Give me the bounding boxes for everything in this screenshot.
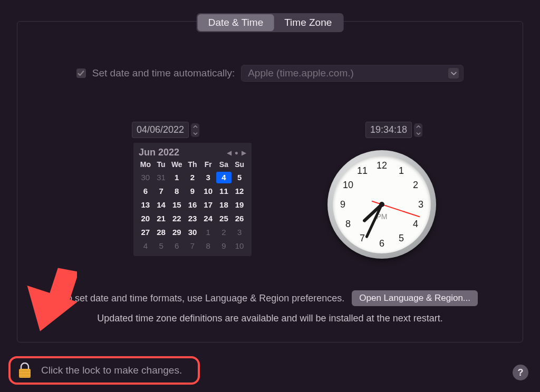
open-language-region-button[interactable]: Open Language & Region... xyxy=(352,290,478,306)
calendar-day[interactable]: 4 xyxy=(216,172,232,183)
calendar-day[interactable]: 6 xyxy=(169,240,185,252)
calendar-day[interactable]: 10 xyxy=(232,240,247,252)
calendar-today-icon[interactable]: ● xyxy=(235,149,238,156)
lock-hint-text: Click the lock to make changes. xyxy=(41,365,182,376)
calendar-day[interactable]: 6 xyxy=(138,185,153,197)
clock-numeral: 10 xyxy=(343,180,353,191)
calendar-day[interactable]: 8 xyxy=(169,185,185,197)
calendar-dow: Sa xyxy=(216,160,232,170)
clock-numeral: 9 xyxy=(340,199,345,210)
auto-time-row: Set date and time automatically: Apple (… xyxy=(17,65,523,82)
calendar-day[interactable]: 9 xyxy=(216,240,232,252)
auto-time-checkbox[interactable] xyxy=(76,68,86,78)
calendar-day[interactable]: 4 xyxy=(138,240,153,252)
date-input[interactable]: 04/06/2022 xyxy=(132,122,189,138)
formats-hint-text: To set date and time formats, use Langua… xyxy=(62,293,344,304)
calendar-day[interactable]: 14 xyxy=(153,199,169,211)
help-button[interactable]: ? xyxy=(513,365,528,380)
calendar-day[interactable]: 7 xyxy=(185,240,200,252)
calendar-day[interactable]: 1 xyxy=(200,227,216,238)
calendar-day[interactable]: 20 xyxy=(138,213,153,224)
calendar-day[interactable]: 5 xyxy=(232,172,247,183)
calendar-dow: Mo xyxy=(138,160,153,170)
calendar-day[interactable]: 10 xyxy=(200,185,216,197)
stepper-down-icon xyxy=(191,130,199,137)
calendar-next-icon[interactable]: ▶ xyxy=(242,149,246,156)
time-input[interactable]: 19:34:18 xyxy=(365,122,412,138)
clock-numeral: 2 xyxy=(413,180,418,191)
auto-time-label: Set date and time automatically: xyxy=(92,67,235,79)
time-stepper[interactable] xyxy=(414,123,422,137)
preferences-panel: Date & Time Time Zone Set date and time … xyxy=(17,21,523,342)
time-server-dropdown[interactable]: Apple (time.apple.com.) xyxy=(241,65,464,82)
checkmark-icon xyxy=(78,70,84,77)
calendar-day[interactable]: 28 xyxy=(153,227,169,238)
calendar-day[interactable]: 5 xyxy=(153,240,169,252)
calendar-day[interactable]: 16 xyxy=(185,199,200,211)
tz-update-text: Updated time zone definitions are availa… xyxy=(17,313,523,324)
calendar-day[interactable]: 30 xyxy=(138,172,153,183)
calendar-day[interactable]: 1 xyxy=(169,172,185,183)
calendar-day[interactable]: 24 xyxy=(200,213,216,224)
clock-numeral: 4 xyxy=(413,219,418,230)
clock-numeral: 5 xyxy=(399,233,404,244)
clock-second-hand xyxy=(382,204,420,217)
svg-rect-1 xyxy=(19,370,31,370)
calendar-day[interactable]: 13 xyxy=(138,199,153,211)
calendar-day[interactable]: 12 xyxy=(232,185,247,197)
date-stepper[interactable] xyxy=(191,123,199,137)
calendar-nav: ◀ ● ▶ xyxy=(227,149,246,156)
calendar-day[interactable]: 25 xyxy=(216,213,232,224)
calendar-day[interactable]: 3 xyxy=(200,172,216,183)
calendar-day[interactable]: 30 xyxy=(185,227,200,238)
clock-numeral: 6 xyxy=(379,238,384,249)
calendar-widget[interactable]: Jun 2022 ◀ ● ▶ MoTuWeThFrSaSu30311234567… xyxy=(133,143,252,256)
clock-numeral: 1 xyxy=(399,165,404,176)
calendar-prev-icon[interactable]: ◀ xyxy=(227,149,232,156)
calendar-day[interactable]: 17 xyxy=(200,199,216,211)
calendar-day[interactable]: 19 xyxy=(232,199,247,211)
svg-rect-3 xyxy=(19,373,31,374)
svg-rect-2 xyxy=(19,371,31,372)
clock-numeral: 11 xyxy=(357,165,368,176)
date-field-group: 04/06/2022 xyxy=(132,122,199,138)
calendar-day[interactable]: 2 xyxy=(216,227,232,238)
calendar-day[interactable]: 29 xyxy=(169,227,185,238)
calendar-dow: Tu xyxy=(153,160,169,170)
lock-icon[interactable] xyxy=(18,362,32,378)
stepper-up-icon xyxy=(191,123,199,130)
clock-numeral: 12 xyxy=(377,160,387,171)
calendar-day[interactable]: 11 xyxy=(216,185,232,197)
chevron-down-icon xyxy=(448,68,459,79)
analog-clock[interactable]: PM 123456789101112 xyxy=(327,150,436,259)
calendar-day[interactable]: 26 xyxy=(232,213,247,224)
clock-numeral: 3 xyxy=(418,199,423,210)
calendar-grid: MoTuWeThFrSaSu30311234567891011121314151… xyxy=(138,160,247,252)
calendar-day[interactable]: 9 xyxy=(185,185,200,197)
stepper-down-icon xyxy=(414,130,422,137)
clock-numeral: 7 xyxy=(360,233,365,244)
calendar-day[interactable]: 18 xyxy=(216,199,232,211)
stepper-up-icon xyxy=(414,123,422,130)
calendar-day[interactable]: 27 xyxy=(138,227,153,238)
calendar-title: Jun 2022 xyxy=(139,147,179,158)
calendar-day[interactable]: 31 xyxy=(153,172,169,183)
lock-row: Click the lock to make changes. xyxy=(8,356,200,385)
calendar-day[interactable]: 15 xyxy=(169,199,185,211)
clock-center-dot xyxy=(379,202,384,207)
calendar-dow: Su xyxy=(232,160,247,170)
calendar-day[interactable]: 22 xyxy=(169,213,185,224)
svg-rect-4 xyxy=(19,375,31,375)
calendar-day[interactable]: 23 xyxy=(185,213,200,224)
calendar-day[interactable]: 8 xyxy=(200,240,216,252)
calendar-day[interactable]: 7 xyxy=(153,185,169,197)
calendar-dow: Th xyxy=(185,160,200,170)
calendar-day[interactable]: 21 xyxy=(153,213,169,224)
calendar-day[interactable]: 3 xyxy=(232,227,247,238)
tab-date-time[interactable]: Date & Time xyxy=(198,14,274,31)
calendar-dow: Fr xyxy=(200,160,216,170)
footer-formats-row: To set date and time formats, use Langua… xyxy=(17,290,523,306)
calendar-day[interactable]: 2 xyxy=(185,172,200,183)
tab-time-zone[interactable]: Time Zone xyxy=(274,14,342,31)
calendar-dow: We xyxy=(169,160,185,170)
